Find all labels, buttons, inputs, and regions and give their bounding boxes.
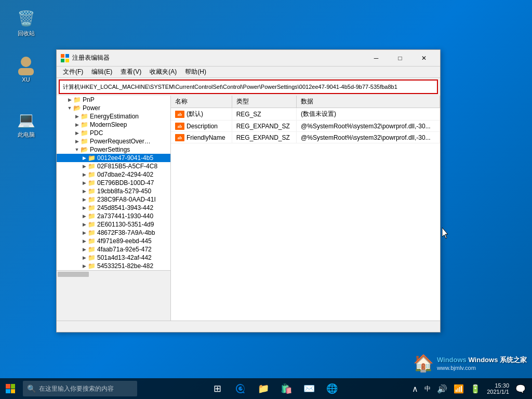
address-bar[interactable]: 计算机\HKEY_LOCAL_MACHINE\SYSTEM\CurrentCon… <box>59 79 438 94</box>
title-bar: 注册表编辑器 ─ □ ✕ <box>57 50 440 66</box>
table-row[interactable]: ab FriendlyName REG_EXPAND_SZ @%SystemRo… <box>171 132 440 143</box>
expand-guid-0012[interactable]: ▶ <box>81 154 88 162</box>
tree-item-guid-4f97[interactable]: ▶ 📁 4f971e89-eebd-445 <box>57 237 171 245</box>
tree-item-energy[interactable]: ▶ 📁 EnergyEstimation <box>57 112 171 121</box>
row-data-1: @%SystemRoot%\system32\powrprof.dll,-30.… <box>297 121 440 132</box>
tree-item-modernsleep[interactable]: ▶ 📁 ModernSleep <box>57 121 171 129</box>
this-pc-image: 💻 <box>16 109 36 130</box>
expand-guid-4f97[interactable]: ▶ <box>81 237 88 245</box>
tree-item-guid-2e60[interactable]: ▶ 📁 2E601130-5351-4d9 <box>57 220 171 229</box>
ab-icon-0: ab <box>175 111 184 118</box>
tree-label-guid-4faa: 4faab71a-92e5-472 <box>97 246 152 253</box>
expand-guid-5453[interactable]: ▶ <box>81 262 88 270</box>
taskbar-date-value: 2021/1/1 <box>487 389 509 395</box>
folder-icon-guid-501a: 📁 <box>88 254 96 261</box>
expand-energy[interactable]: ▶ <box>73 113 81 120</box>
minimize-button[interactable]: ─ <box>364 50 388 66</box>
expand-power[interactable]: ▼ <box>66 104 73 112</box>
tree-label-guid-0e79: 0E796BDB-100D-47 <box>97 179 154 187</box>
file-explorer-icon[interactable]: 📁 <box>253 378 274 399</box>
tree-label-guid-0012: 0012ee47-9041-4b5 <box>97 154 153 162</box>
reg-icon-2: ab FriendlyName <box>175 134 225 141</box>
edge-browser-icon[interactable] <box>230 378 251 399</box>
expand-guid-501a[interactable]: ▶ <box>81 254 88 261</box>
taskbar-clock[interactable]: 15:30 2021/1/1 <box>485 382 511 395</box>
close-button[interactable]: ✕ <box>412 50 436 66</box>
menu-help[interactable]: 帮助(H) <box>181 66 210 77</box>
expand-modernsleep[interactable]: ▶ <box>73 121 81 128</box>
table-row[interactable]: ab Description REG_EXPAND_SZ @%SystemRoo… <box>171 121 440 132</box>
notification-icon[interactable]: 🗨️ <box>513 384 528 394</box>
expand-guid-02f8[interactable]: ▶ <box>81 163 88 170</box>
ab-icon-1: ab <box>175 123 184 130</box>
volume-icon[interactable]: 🔊 <box>435 384 449 394</box>
folder-icon-guid-02f8: 📁 <box>88 163 96 170</box>
tree-item-powerrequest[interactable]: ▶ 📁 PowerRequestOverride <box>57 137 171 145</box>
tree-item-guid-501a[interactable]: ▶ 📁 501a4d13-42af-442 <box>57 254 171 262</box>
tree-scroll-thumb[interactable] <box>58 272 89 277</box>
tree-item-powersettings[interactable]: ▼ 📂 PowerSettings <box>57 145 171 154</box>
maximize-button[interactable]: □ <box>388 50 412 66</box>
row-name-2: ab FriendlyName <box>171 132 232 143</box>
tree-item-guid-245d[interactable]: ▶ 📁 245d8541-3943-442 <box>57 204 171 212</box>
start-button[interactable] <box>0 378 21 399</box>
tree-item-guid-238c[interactable]: ▶ 📁 238C9FA8-0AAD-41I <box>57 195 171 204</box>
store-icon[interactable]: 🛍️ <box>276 378 297 399</box>
recycle-bin-icon[interactable]: 🗑️ 回收站 <box>8 8 44 37</box>
language-icon[interactable]: 中 <box>422 384 433 393</box>
expand-powersettings[interactable]: ▼ <box>73 146 81 153</box>
folder-icon-guid-0d7d: 📁 <box>88 171 96 178</box>
expand-guid-238c[interactable]: ▶ <box>81 196 88 203</box>
folder-icon-modernsleep: 📁 <box>81 121 89 128</box>
expand-pdc[interactable]: ▶ <box>73 129 81 137</box>
tree-item-guid-02f8[interactable]: ▶ 📁 02F815B5-A5CF-4C8 <box>57 162 171 170</box>
expand-powerrequest[interactable]: ▶ <box>73 138 81 145</box>
window-controls: ─ □ ✕ <box>364 50 436 66</box>
menu-file[interactable]: 文件(F) <box>59 66 87 77</box>
recycle-bin-image: 🗑️ <box>16 8 36 29</box>
expand-guid-19cb[interactable]: ▶ <box>81 188 88 195</box>
col-type: 类型 <box>232 96 296 108</box>
expand-guid-2e60[interactable]: ▶ <box>81 221 88 228</box>
expand-guid-4867[interactable]: ▶ <box>81 229 88 236</box>
this-pc-icon[interactable]: 💻 此电脑 <box>8 109 44 139</box>
battery-icon[interactable]: 🔋 <box>468 384 483 394</box>
tree-item-guid-2a73[interactable]: ▶ 📁 2a737441-1930-440 <box>57 212 171 220</box>
folder-icon-pdc: 📁 <box>81 129 89 137</box>
table-row[interactable]: ab (默认) REG_SZ (数值未设置) <box>171 108 440 121</box>
menu-favorites[interactable]: 收藏夹(A) <box>145 66 181 77</box>
tree-item-pdc[interactable]: ▶ 📁 PDC <box>57 129 171 137</box>
network-icon[interactable]: 🌐 <box>322 378 342 399</box>
expand-guid-245d[interactable]: ▶ <box>81 204 88 211</box>
user-icon[interactable]: XU <box>8 55 44 83</box>
folder-icon-power: 📂 <box>73 104 82 112</box>
tree-item-guid-0e79[interactable]: ▶ 📁 0E796BDB-100D-47 <box>57 179 171 187</box>
tree-label-guid-4f97: 4f971e89-eebd-445 <box>97 237 152 245</box>
tree-item-guid-4867[interactable]: ▶ 📁 48672F38-7A9A-4bb <box>57 229 171 237</box>
ab-icon-2: ab <box>175 134 184 141</box>
tree-item-guid-0012[interactable]: ▶ 📁 0012ee47-9041-4b5 <box>57 154 171 162</box>
menu-edit[interactable]: 编辑(E) <box>87 66 116 77</box>
chevron-up-icon[interactable]: ∧ <box>410 384 420 394</box>
tree-item-power[interactable]: ▼ 📂 Power <box>57 104 171 112</box>
tree-item-guid-4faa[interactable]: ▶ 📁 4faab71a-92e5-472 <box>57 245 171 254</box>
taskview-icon[interactable]: ⊞ <box>207 378 228 399</box>
wifi-icon[interactable]: 📶 <box>451 384 466 394</box>
right-panel: 名称 类型 数据 ab (默认) <box>171 96 440 321</box>
mail-icon[interactable]: ✉️ <box>299 378 320 399</box>
expand-guid-0d7d[interactable]: ▶ <box>81 171 88 178</box>
expand-guid-0e79[interactable]: ▶ <box>81 179 88 187</box>
svg-point-0 <box>21 57 31 67</box>
expand-guid-2a73[interactable]: ▶ <box>81 212 88 220</box>
tree-item-guid-19cb[interactable]: ▶ 📁 19cbb8fa-5279-450 <box>57 187 171 195</box>
menu-view[interactable]: 查看(V) <box>116 66 145 77</box>
expand-guid-4faa[interactable]: ▶ <box>81 246 88 253</box>
tree-item-pnp[interactable]: ▶ 📁 PnP <box>57 96 171 104</box>
expand-pnp[interactable]: ▶ <box>66 96 73 103</box>
tree-item-guid-5453[interactable]: ▶ 📁 54533251-82be-482 <box>57 262 171 270</box>
col-data: 数据 <box>297 96 440 108</box>
tree-horizontal-scrollbar[interactable] <box>57 270 170 277</box>
tree-item-guid-0d7d[interactable]: ▶ 📁 0d7dbae2-4294-402 <box>57 170 171 179</box>
tree-label-powersettings: PowerSettings <box>90 146 130 153</box>
search-bar[interactable]: 🔍 在这里输入你要搜索的内容 <box>23 381 137 396</box>
